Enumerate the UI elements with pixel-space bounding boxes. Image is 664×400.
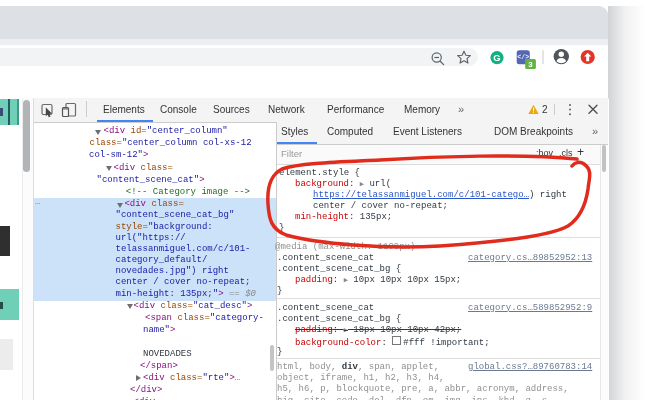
svg-text:3: 3 — [528, 60, 533, 69]
svg-text:G: G — [493, 52, 500, 63]
